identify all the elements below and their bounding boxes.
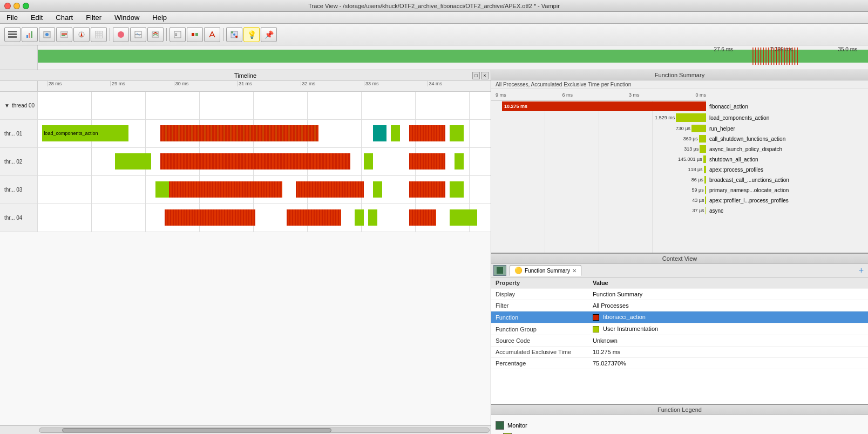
svg-rect-28 xyxy=(497,267,503,274)
context-row-header: Property Value xyxy=(491,277,868,289)
context-row-func-group: Function Group User Instrumentation xyxy=(491,323,868,335)
bar-row-fibonacci[interactable]: 10.275 ms fibonacci_action xyxy=(491,101,868,112)
event-red-02b xyxy=(409,153,445,169)
bar-row-broadcast[interactable]: 86 µs broadcast_call_...unctions_action xyxy=(491,175,868,185)
toolbar-btn-3[interactable] xyxy=(39,27,55,42)
toolbar-btn-11[interactable] xyxy=(187,27,203,42)
thread-expand-00[interactable]: ▼ xyxy=(4,103,10,109)
svg-point-26 xyxy=(231,31,233,33)
toolbar-btn-12[interactable] xyxy=(204,27,220,42)
event-red-03c xyxy=(409,181,445,198)
svg-rect-4 xyxy=(29,33,30,38)
toolbar-btn-5[interactable] xyxy=(73,27,90,42)
function-color-indicator xyxy=(593,314,599,321)
context-view-panel: Context View 🟡 Function Summary ✕ + Prop… xyxy=(491,254,868,405)
thread-track-02[interactable] xyxy=(38,148,491,175)
bar-row-profiler[interactable]: 43 µs apex::profiler_l...process_profile… xyxy=(491,195,868,205)
thread-track-03[interactable] xyxy=(38,176,491,204)
context-tab-func-summary[interactable]: 🟡 Function Summary ✕ xyxy=(510,265,581,276)
toolbar-btn-1[interactable] xyxy=(4,27,21,42)
tick-30: 30 ms xyxy=(174,81,189,86)
bar-row-primary[interactable]: 59 µs primary_namesp...olocate_action xyxy=(491,185,868,195)
tick-29: 29 ms xyxy=(110,81,125,86)
toolbar-btn-4[interactable] xyxy=(56,27,72,42)
mini-tl-thread-col xyxy=(0,45,38,70)
svg-rect-5 xyxy=(31,31,32,38)
toolbar-btn-8[interactable] xyxy=(130,27,146,42)
toolbar-btn-2[interactable] xyxy=(22,27,38,42)
toolbar-btn-13[interactable] xyxy=(226,27,242,42)
toolbar-btn-star[interactable]: 📌 xyxy=(261,27,277,42)
menu-file[interactable]: File xyxy=(4,12,20,23)
thread-track-01[interactable]: load_components_action xyxy=(38,120,491,147)
scrollbar-thumb[interactable] xyxy=(62,428,332,432)
bar-row-async[interactable]: 37 µs async xyxy=(491,206,868,215)
right-panel: Function Summary All Processes, Accumula… xyxy=(491,70,868,434)
menu-chart[interactable]: Chart xyxy=(53,12,75,23)
toolbar-btn-10[interactable]: ≡ xyxy=(169,27,186,42)
bar-row-run-helper[interactable]: 730 µs run_helper xyxy=(491,124,868,133)
toolbar-btn-14[interactable]: 💡 xyxy=(243,27,260,42)
event-green-02c xyxy=(455,153,464,169)
func-bars-area: 10.275 ms fibonacci_action 1.529 ms load… xyxy=(491,101,868,253)
menu-window[interactable]: Window xyxy=(112,12,141,23)
thread-track-04[interactable] xyxy=(38,204,491,232)
mini-tl-track[interactable]: 27.6 ms 7.399 ms 35.0 ms xyxy=(38,45,868,70)
prop-function: Function xyxy=(491,311,588,323)
val-accum: 10.275 ms xyxy=(588,347,868,358)
context-tab-icon[interactable] xyxy=(493,265,506,276)
bar-row-load-components[interactable]: 1.529 ms load_components_action xyxy=(491,112,868,123)
toolbar-separator-2 xyxy=(166,28,167,41)
bar-row-apex-process[interactable]: 118 µs apex::process_profiles xyxy=(491,165,868,174)
legend-item-user-instr[interactable]: ▶ User Instrumentation xyxy=(496,431,864,434)
legend-color-monitor xyxy=(496,421,504,430)
toolbar-btn-9[interactable] xyxy=(147,27,164,42)
bar-load xyxy=(676,113,706,122)
toolbar: ≡ 💡 📌 xyxy=(0,24,868,45)
timeline-header: Timeline □ × xyxy=(0,70,491,81)
bar-profiler-label: apex::profiler_l...process_profiles xyxy=(706,198,789,204)
thread-row-03: thr... 03 xyxy=(0,176,491,204)
grid-lines xyxy=(38,92,491,119)
scrollbar-track[interactable] xyxy=(39,428,490,433)
thread-track-00[interactable] xyxy=(38,92,491,119)
thread-row-04: thr... 04 xyxy=(0,204,491,232)
tab-close-btn[interactable]: ✕ xyxy=(572,268,577,274)
menu-bar: File Edit Chart Filter Window Help xyxy=(0,12,868,24)
prop-func-group: Function Group xyxy=(491,323,588,335)
minimize-button[interactable] xyxy=(13,3,20,9)
threads-area: ▼ thread 00 thr... 01 load_components_ac… xyxy=(0,92,491,425)
tab-func-icon: 🟡 xyxy=(514,267,523,274)
event-green-03a xyxy=(155,181,169,198)
bar-row-shutdown-all[interactable]: 145.001 µs shutdown_all_action xyxy=(491,154,868,164)
title-bar: Trace View - /storage/users/khuck/OTF2_a… xyxy=(0,0,868,12)
toolbar-btn-6[interactable] xyxy=(91,27,107,42)
event-green-03c xyxy=(450,181,463,198)
menu-filter[interactable]: Filter xyxy=(84,12,104,23)
maximize-button[interactable] xyxy=(23,3,29,9)
bar-fibonacci-label: fibonacci_action xyxy=(706,104,863,110)
legend-content: Monitor ▶ User Instrumentation xyxy=(491,415,868,434)
menu-edit[interactable]: Edit xyxy=(29,12,45,23)
window-controls[interactable] xyxy=(4,3,29,9)
event-red-03a xyxy=(169,181,282,198)
bar-row-call-shutdown[interactable]: 360 µs call_shutdown_functions_action xyxy=(491,134,868,144)
tab-add-btn[interactable]: + xyxy=(857,266,866,275)
toolbar-btn-7[interactable] xyxy=(113,27,129,42)
axis-3ms: 3 ms xyxy=(629,92,640,98)
bar-row-async-launch[interactable]: 313 µs async_launch_policy_dispatch xyxy=(491,144,868,154)
timeline-scrollbar[interactable] xyxy=(0,425,491,434)
timeline-close-btn[interactable]: × xyxy=(481,72,489,79)
timeline-header-controls[interactable]: □ × xyxy=(472,72,489,79)
prop-percent: Percentage xyxy=(491,358,588,369)
prop-header: Property xyxy=(491,277,588,289)
context-row-function[interactable]: Function fibonacci_action xyxy=(491,311,868,323)
legend-label-monitor: Monitor xyxy=(507,422,527,429)
timeline-collapse-btn[interactable]: □ xyxy=(472,72,480,79)
close-button[interactable] xyxy=(4,3,11,9)
svg-rect-9 xyxy=(62,33,67,35)
menu-help[interactable]: Help xyxy=(150,12,169,23)
function-summary-subtitle: All Processes, Accumulated Exclusive Tim… xyxy=(491,80,868,89)
bar-fibonacci-value: 10.275 ms xyxy=(504,104,527,109)
svg-rect-2 xyxy=(8,36,17,38)
